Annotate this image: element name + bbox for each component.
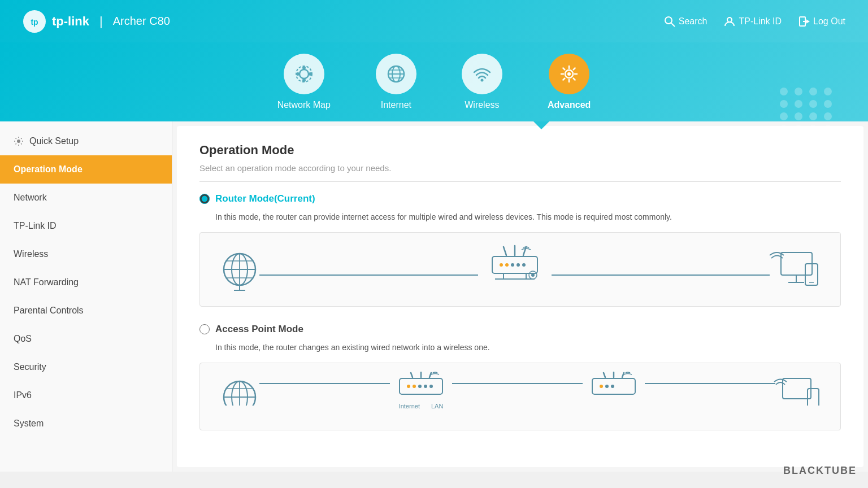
sidebar-label-network: Network bbox=[14, 193, 47, 203]
sidebar-item-tp-link-id[interactable]: TP-Link ID bbox=[0, 212, 172, 240]
svg-point-7 bbox=[300, 69, 309, 79]
svg-point-69 bbox=[611, 385, 614, 388]
svg-line-30 bbox=[504, 247, 506, 255]
ap-lan-label: LAN bbox=[431, 403, 443, 409]
router-mode-description: In this mode, the router can provide int… bbox=[215, 211, 841, 223]
svg-text:tp: tp bbox=[31, 18, 38, 27]
svg-point-60 bbox=[418, 385, 422, 388]
svg-point-4 bbox=[727, 18, 732, 22]
sidebar-item-parental-controls[interactable]: Parental Controls bbox=[0, 297, 172, 325]
svg-point-9 bbox=[302, 66, 306, 69]
router-mode-radio[interactable] bbox=[199, 194, 210, 204]
watermark: BLACKTUBE bbox=[783, 465, 857, 477]
nav-item-wireless[interactable]: Wireless bbox=[462, 54, 502, 121]
ap-globe-icon bbox=[217, 372, 262, 406]
content-area: Operation Mode Select an operation mode … bbox=[177, 126, 863, 467]
access-point-mode-description: In this mode, the router changes an exis… bbox=[215, 342, 841, 354]
nav-icon-advanced bbox=[549, 54, 589, 94]
gear-icon bbox=[14, 136, 24, 146]
svg-point-2 bbox=[665, 17, 672, 24]
header-actions: Search TP-Link ID Log Out bbox=[664, 16, 845, 27]
nav-item-internet[interactable]: Internet bbox=[376, 54, 416, 121]
svg-point-59 bbox=[413, 385, 416, 388]
logout-button[interactable]: Log Out bbox=[798, 16, 845, 27]
sidebar-item-network[interactable]: Network bbox=[0, 184, 172, 212]
ap-internet-label: Internet bbox=[399, 403, 420, 409]
internet-icon bbox=[385, 63, 407, 85]
search-button[interactable]: Search bbox=[664, 16, 708, 27]
svg-rect-71 bbox=[808, 389, 819, 406]
sidebar-item-qos[interactable]: QoS bbox=[0, 325, 172, 353]
svg-point-67 bbox=[600, 385, 603, 388]
sidebar-label-operation-mode: Operation Mode bbox=[14, 164, 83, 175]
logout-icon bbox=[798, 16, 810, 27]
network-map-icon bbox=[293, 63, 315, 85]
search-icon bbox=[664, 16, 675, 27]
ap-router-icon bbox=[387, 372, 455, 406]
ap-router2-icon bbox=[580, 372, 648, 406]
nav-bar: Network Map Internet Wireless bbox=[0, 42, 868, 121]
nav-icon-wireless bbox=[462, 54, 502, 94]
svg-line-56 bbox=[429, 373, 431, 377]
tp-link-id-button[interactable]: TP-Link ID bbox=[724, 16, 782, 27]
nav-label-network-map: Network Map bbox=[277, 100, 331, 110]
page-subtitle: Select an operation mode according to yo… bbox=[199, 163, 841, 182]
svg-point-12 bbox=[302, 79, 306, 82]
svg-line-63 bbox=[604, 373, 605, 377]
svg-point-36 bbox=[511, 263, 514, 267]
svg-point-35 bbox=[505, 263, 509, 267]
svg-point-68 bbox=[605, 385, 609, 388]
access-point-mode-diagram: Internet LAN bbox=[199, 363, 841, 430]
svg-point-58 bbox=[407, 385, 410, 388]
wireless-icon bbox=[471, 63, 493, 85]
sidebar-item-wireless[interactable]: Wireless bbox=[0, 240, 172, 268]
svg-point-21 bbox=[17, 140, 20, 143]
nav-item-advanced[interactable]: Advanced bbox=[548, 54, 591, 121]
sidebar-label-qos: QoS bbox=[14, 334, 32, 344]
access-point-mode-label[interactable]: Access Point Mode bbox=[199, 324, 841, 335]
svg-point-38 bbox=[522, 263, 526, 267]
svg-rect-70 bbox=[783, 378, 811, 399]
nav-icon-network-map bbox=[284, 54, 324, 94]
sidebar-label-tp-link-id: TP-Link ID bbox=[14, 221, 57, 231]
sidebar-item-operation-mode[interactable]: Operation Mode bbox=[0, 155, 172, 184]
svg-point-37 bbox=[517, 263, 520, 267]
svg-point-20 bbox=[567, 72, 571, 76]
nav-item-network-map[interactable]: Network Map bbox=[277, 54, 331, 121]
sidebar-item-nat-forwarding[interactable]: NAT Forwarding bbox=[0, 268, 172, 297]
nav-label-advanced: Advanced bbox=[548, 100, 591, 110]
sidebar-item-quick-setup[interactable]: Quick Setup bbox=[0, 127, 172, 155]
svg-point-18 bbox=[480, 79, 483, 82]
svg-line-3 bbox=[671, 23, 675, 27]
access-point-mode-radio[interactable] bbox=[199, 324, 210, 334]
sidebar: Quick Setup Operation Mode Network TP-Li… bbox=[0, 121, 172, 472]
router-mode-label[interactable]: Router Mode(Current) bbox=[199, 193, 841, 204]
account-icon bbox=[724, 16, 735, 27]
svg-point-10 bbox=[309, 72, 312, 76]
svg-point-11 bbox=[296, 72, 300, 76]
main-layout: Quick Setup Operation Mode Network TP-Li… bbox=[0, 121, 868, 472]
svg-rect-33 bbox=[492, 256, 537, 273]
access-point-mode-name: Access Point Mode bbox=[215, 324, 303, 335]
logo-text: tp-link bbox=[52, 14, 89, 29]
sidebar-item-security[interactable]: Security bbox=[0, 353, 172, 381]
access-point-mode-option: Access Point Mode In this mode, the rout… bbox=[199, 324, 841, 430]
router-mode-option: Router Mode(Current) In this mode, the r… bbox=[199, 193, 841, 307]
nav-label-wireless: Wireless bbox=[465, 100, 499, 110]
sidebar-item-system[interactable]: System bbox=[0, 409, 172, 438]
router-icon bbox=[475, 244, 554, 295]
ap-devices-icon bbox=[772, 372, 823, 406]
page-title: Operation Mode bbox=[199, 143, 841, 158]
tp-link-logo-icon: tp bbox=[23, 10, 46, 33]
globe-icon bbox=[217, 244, 262, 295]
advanced-icon bbox=[558, 63, 580, 85]
devices-icon bbox=[767, 244, 823, 295]
sidebar-label-parental-controls: Parental Controls bbox=[14, 306, 84, 316]
sidebar-label-quick-setup: Quick Setup bbox=[29, 136, 79, 146]
logo-divider: | bbox=[99, 14, 103, 29]
sidebar-item-ipv6[interactable]: IPv6 bbox=[0, 381, 172, 409]
svg-point-62 bbox=[429, 385, 433, 388]
sidebar-label-security: Security bbox=[14, 362, 46, 372]
sidebar-label-nat-forwarding: NAT Forwarding bbox=[14, 277, 79, 287]
svg-line-54 bbox=[411, 373, 413, 377]
